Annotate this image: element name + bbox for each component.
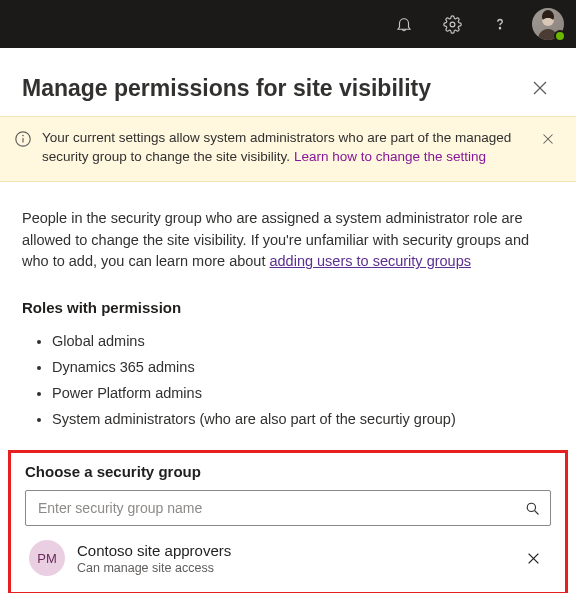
list-item: System administrators (who are also part… — [52, 406, 554, 432]
intro-paragraph: People in the security group who are ass… — [22, 208, 554, 273]
gear-icon[interactable] — [432, 4, 472, 44]
selected-group-row: PM Contoso site approvers Can manage sit… — [25, 526, 551, 578]
user-avatar[interactable] — [532, 8, 564, 40]
banner-close-button[interactable] — [538, 129, 558, 149]
group-text: Contoso site approvers Can manage site a… — [77, 541, 507, 577]
svg-point-0 — [450, 22, 455, 27]
page-title: Manage permissions for site visibility — [22, 75, 431, 102]
svg-point-7 — [22, 135, 24, 137]
roles-list: Global admins Dynamics 365 admins Power … — [22, 328, 554, 432]
banner-learn-link[interactable]: Learn how to change the setting — [294, 149, 486, 164]
group-name: Contoso site approvers — [77, 541, 507, 561]
banner-text: Your current settings allow system admin… — [42, 129, 528, 167]
presence-indicator — [554, 30, 566, 42]
security-group-search[interactable] — [25, 490, 551, 526]
security-group-input[interactable] — [26, 500, 514, 516]
help-icon[interactable] — [480, 4, 520, 44]
panel-body: People in the security group who are ass… — [0, 182, 576, 433]
info-banner: Your current settings allow system admin… — [0, 116, 576, 182]
roles-heading: Roles with permission — [22, 299, 554, 316]
list-item: Global admins — [52, 328, 554, 354]
app-topbar — [0, 0, 576, 48]
remove-group-button[interactable] — [519, 544, 547, 572]
highlight-frame: Choose a security group PM Contoso site … — [8, 450, 568, 593]
group-avatar: PM — [29, 540, 65, 576]
panel-header: Manage permissions for site visibility — [0, 48, 576, 116]
intro-link[interactable]: adding users to security groups — [269, 253, 471, 269]
bell-icon[interactable] — [384, 4, 424, 44]
svg-point-10 — [527, 503, 535, 511]
list-item: Dynamics 365 admins — [52, 354, 554, 380]
svg-line-11 — [534, 511, 538, 515]
search-icon[interactable] — [514, 490, 550, 526]
info-icon — [14, 130, 32, 148]
group-subtext: Can manage site access — [77, 560, 507, 576]
list-item: Power Platform admins — [52, 380, 554, 406]
choose-group-heading: Choose a security group — [25, 463, 551, 480]
close-panel-button[interactable] — [526, 74, 554, 102]
svg-point-1 — [499, 28, 500, 29]
